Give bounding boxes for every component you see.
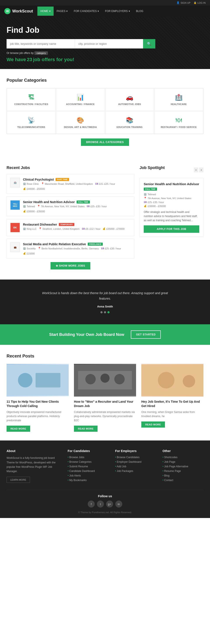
jobs-section: Recent Jobs 🏥 Clinical Psychologist PART… <box>0 159 210 280</box>
footer-other-col: Other Shortcodes Job Page Job Page Alter… <box>162 449 203 483</box>
footer-link-candidate-dashboard[interactable]: Candidate Dashboard <box>68 470 108 472</box>
footer-about-col: About WorkScout is a fully functioning j… <box>7 449 61 483</box>
hero-browse: Or browse job offers by category <box>7 52 203 54</box>
footer-link-resume-page[interactable]: Resume Page <box>162 470 203 472</box>
nav-for-employers[interactable]: FOR EMPLOYERS ▾ <box>102 6 133 16</box>
job-title-clinical: Clinical Psychologist PART TIME <box>23 178 131 181</box>
nav-for-candidates[interactable]: FOR CANDIDATES ▾ <box>71 6 102 16</box>
category-item-education[interactable]: 📚 EDUCATION TRAINING <box>105 111 154 134</box>
automotive-icon: 🚗 <box>126 94 133 101</box>
read-more-button-1[interactable]: READ MORE <box>7 426 30 432</box>
posts-grid: 11 Tips to Help You Get New Clients Thro… <box>7 364 203 432</box>
job-card-dishwasher[interactable]: BK Restaurant Dishwasher TEMPORARY 🏢 Kin… <box>7 219 134 236</box>
job-salary-3: 💷 £9- £12 / hour <box>82 227 101 230</box>
search-button[interactable]: 🔍 <box>143 39 155 48</box>
nav-items: HOME ▾ PAGES ▾ FOR CANDIDATES ▾ FOR EMPL… <box>37 6 146 16</box>
signup-link[interactable]: 👤 SIGN UP <box>176 1 190 4</box>
footer-link-browse-candidates[interactable]: Browse Candidates <box>115 456 156 459</box>
footer-link-job-page-alt[interactable]: Job Page Alternative <box>162 465 203 468</box>
testimonial-dots <box>7 311 203 313</box>
job-title-nutrition1: Senior Health and Nutrition Advisor FULL… <box>23 200 131 204</box>
footer-link-browse-categories[interactable]: Browse Categories <box>68 460 108 464</box>
footer-link-shortcodes[interactable]: Shortcodes <box>162 456 203 459</box>
job-card-social-media[interactable]: 💼 Social Media and Public Relation Execu… <box>7 239 134 258</box>
footer-candidates-list: Browse Jobs Browse Categories Submit Res… <box>68 456 108 482</box>
googleplus-icon[interactable]: g+ <box>106 500 113 508</box>
spotlight-description: Offer strategic and technical health and… <box>144 210 199 223</box>
education-icon: 📚 <box>126 116 133 124</box>
nav-blog[interactable]: BLOG <box>133 6 146 16</box>
footer-link-job-packages[interactable]: Job Packages <box>115 470 156 472</box>
job-location-2: 📍 7th Avenue, New York, NY, United State… <box>37 205 85 208</box>
footer-link-add-job[interactable]: Add Job <box>115 465 156 468</box>
post-image-3 <box>141 364 203 396</box>
read-more-button-2[interactable]: READ MORE <box>74 426 98 432</box>
category-item-construction[interactable]: 🏗 CONSTRUCTION / FACILITIES <box>7 88 56 111</box>
footer-learn-more-button[interactable]: LEARN MORE <box>7 477 30 483</box>
job-info-clinical: Clinical Psychologist PART TIME 🏢 Rose C… <box>23 178 131 190</box>
footer-about-title: About <box>7 449 61 453</box>
job-logo-king: BK <box>10 223 20 232</box>
category-label-healthcare: HEALTHCARE <box>171 103 187 106</box>
category-item-healthcare[interactable]: 🏥 HEALTHCARE <box>154 88 203 111</box>
get-started-button[interactable]: GET STARTED <box>131 330 161 339</box>
twitter-icon[interactable]: t <box>97 500 104 508</box>
testimonial-dot-2[interactable] <box>104 311 106 313</box>
footer-link-job-page[interactable]: Job Page <box>162 460 203 464</box>
testimonial-dot-3[interactable] <box>107 311 110 313</box>
post-card-3: Hey Job Seeker, It's Time To Get Up And … <box>141 364 203 432</box>
spotlight-title: Job Spotlight <box>140 166 165 170</box>
footer-link-contact[interactable]: Contact <box>162 479 203 482</box>
job-card-nutrition1[interactable]: TELIMED Senior Health and Nutrition Advi… <box>7 196 134 216</box>
category-item-automotive[interactable]: 🚗 AUTOMOTIVE JOBS <box>105 88 154 111</box>
post-card-2: How to "Woo" a Recruiter and Land Your D… <box>74 364 136 432</box>
follow-us-section: Follow us f t g+ in <box>7 494 203 508</box>
location-search-input[interactable] <box>75 39 143 48</box>
footer-link-submit-resume[interactable]: Submit Resume <box>68 465 108 468</box>
testimonial-dot-1[interactable] <box>100 311 103 313</box>
login-link[interactable]: 🔒 LOG IN <box>193 1 206 4</box>
nav-home[interactable]: HOME ▾ <box>37 6 54 16</box>
category-item-design[interactable]: 🎨 DESIGN, ART & MULTIMEDIA <box>56 111 105 134</box>
recent-posts-section: Recent Posts 11 Tips to Help You Get New… <box>0 345 210 440</box>
browse-all-categories-button[interactable]: BROWSE ALL CATEGORIES <box>81 138 129 146</box>
job-location-3: 📍 Stratford, London, United Kingdom <box>39 227 79 230</box>
post-title-1: 11 Tips to Help You Get New Clients Thro… <box>7 400 69 408</box>
category-label-telecom: TELECOMMUNICATIONS <box>17 126 45 128</box>
job-badge-temporary: TEMPORARY <box>59 223 74 226</box>
recent-jobs-title: Recent Jobs <box>7 166 134 170</box>
svg-point-5 <box>85 374 96 384</box>
category-item-accounting[interactable]: 📊 ACCOUNTING / FINANCE <box>56 88 105 111</box>
read-more-button-3[interactable]: READ MORE <box>141 422 165 428</box>
apply-for-job-button[interactable]: APPLY FOR THIS JOB <box>144 225 199 233</box>
category-label-design: DESIGN, ART & MULTIMEDIA <box>64 126 97 128</box>
hero-search-form: 🔍 <box>7 39 155 48</box>
spotlight-prev-button[interactable]: ‹ <box>194 168 198 172</box>
facebook-icon[interactable]: f <box>88 500 95 508</box>
category-label-automotive: AUTOMOTIVE JOBS <box>118 103 141 106</box>
post-excerpt-1: Objectively innovate empowered manufactu… <box>7 410 69 423</box>
footer-link-browse-jobs[interactable]: Browse Jobs <box>68 456 108 459</box>
job-salary-range-4: 💰 £15000 <box>23 252 35 255</box>
category-item-telecom[interactable]: 📡 TELECOMMUNICATIONS <box>7 111 56 134</box>
post-title-3: Hey Job Seeker, It's Time To Get Up And … <box>141 400 203 408</box>
footer-link-bookmarks[interactable]: My Bookmarks <box>68 479 108 482</box>
spotlight-navigation: ‹ › <box>194 168 203 172</box>
top-bar: 👤 SIGN UP 🔒 LOG IN <box>0 0 210 6</box>
nav-pages[interactable]: PAGES ▾ <box>54 6 71 16</box>
footer-link-job-alerts[interactable]: Job Alerts <box>68 474 108 477</box>
linkedin-icon[interactable]: in <box>115 500 122 508</box>
user-icon: 👤 <box>176 1 180 4</box>
testimonial-author: Anna Smith <box>7 305 203 308</box>
spotlight-next-button[interactable]: › <box>199 168 203 172</box>
job-info-nutrition1: Senior Health and Nutrition Advisor FULL… <box>23 200 131 213</box>
category-item-restaurant[interactable]: 🍽 RESTAURANT / FOOD SERVICE <box>154 111 203 134</box>
footer-link-blog[interactable]: Blog <box>162 474 203 477</box>
job-search-input[interactable] <box>7 39 75 48</box>
job-location-4: 📍 Berlin Nordbahnhof, Invalidenstraße, B… <box>38 247 99 250</box>
category-browse-btn[interactable]: category <box>34 51 48 55</box>
footer-link-employer-dashboard[interactable]: Employer Dashboard <box>115 460 156 464</box>
job-card-clinical[interactable]: 🏥 Clinical Psychologist PART TIME 🏢 Rose… <box>7 174 134 194</box>
post-image-2 <box>74 364 136 396</box>
show-more-jobs-button[interactable]: ⊕ SHOW MORE JOBS <box>51 262 90 270</box>
